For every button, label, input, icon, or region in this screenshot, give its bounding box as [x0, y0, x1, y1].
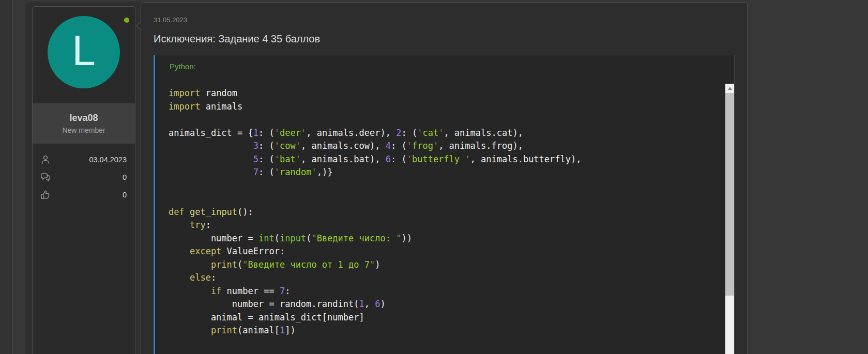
code-line: animals_dict = {1: ('deer', animals.deer… — [169, 127, 712, 140]
post-title: Исключения: Задание 4 35 баллов — [154, 32, 735, 46]
code-scroll-area: import randomimport animals animals_dict… — [155, 84, 734, 354]
stat-value: 03.04.2023 — [89, 156, 127, 164]
code-content: import randomimport animals animals_dict… — [155, 84, 734, 341]
messages-icon — [40, 172, 51, 183]
post-date-link[interactable]: 31.05.2023 — [154, 16, 735, 24]
user-stats: 03.04.202300 — [33, 144, 135, 201]
code-line: print(animal[1]) — [169, 324, 712, 337]
code-line: import animals — [169, 100, 712, 114]
code-block: Python: import randomimport animals anim… — [154, 55, 735, 354]
code-line: 7: ('random',)} — [169, 166, 712, 179]
avatar-section: L — [33, 7, 135, 103]
user-icon — [40, 154, 51, 165]
page-edge-divider — [0, 0, 13, 354]
username-link[interactable]: leva08 — [69, 113, 98, 124]
code-line: animal = animals_dict[number] — [169, 311, 712, 325]
message-bubble: 31.05.2023 Исключения: Задание 4 35 балл… — [141, 2, 748, 354]
scrollbar-thumb[interactable] — [725, 93, 734, 296]
code-line: def get_input(): — [169, 206, 712, 219]
code-line — [169, 113, 712, 127]
likes-icon — [40, 189, 51, 201]
code-language-label: Python: — [155, 55, 734, 71]
stat-row: 0 — [40, 189, 127, 201]
avatar-letter: L — [72, 29, 96, 72]
stat-value: 0 — [123, 173, 127, 181]
code-line: number = int(input("Введите число: ")) — [169, 232, 712, 245]
code-line: except ValueError: — [169, 245, 712, 258]
code-line: 3: ('cow', animals.cow), 4: ('frog', ani… — [169, 140, 712, 153]
user-role-label: New member — [62, 126, 105, 134]
code-line: import random — [169, 87, 712, 100]
code-line: try: — [169, 219, 712, 232]
code-line — [169, 179, 712, 193]
code-line: if number == 7: — [169, 285, 712, 298]
code-line: number = random.randint(1, 6) — [169, 298, 712, 311]
scrollbar-track[interactable] — [725, 84, 734, 354]
scroll-up-icon — [728, 87, 732, 90]
stat-row: 03.04.2023 — [40, 154, 127, 165]
code-line: else: — [169, 271, 712, 285]
code-line — [169, 192, 712, 206]
user-cell: L leva08 New member 03.04.202300 — [32, 6, 135, 354]
stat-row: 0 — [40, 172, 127, 183]
code-line: 5: ('bat', animals.bat), 6: ('butterfly … — [169, 153, 712, 166]
avatar[interactable]: L — [48, 16, 120, 88]
stat-value: 0 — [123, 191, 127, 199]
online-indicator — [124, 18, 129, 23]
user-title-strip: leva08 New member — [33, 103, 135, 144]
bubble-arrow-icon — [136, 21, 141, 30]
code-line: print("Введите число от 1 до 7") — [169, 258, 712, 272]
scrollbar-up-button[interactable] — [725, 84, 734, 93]
